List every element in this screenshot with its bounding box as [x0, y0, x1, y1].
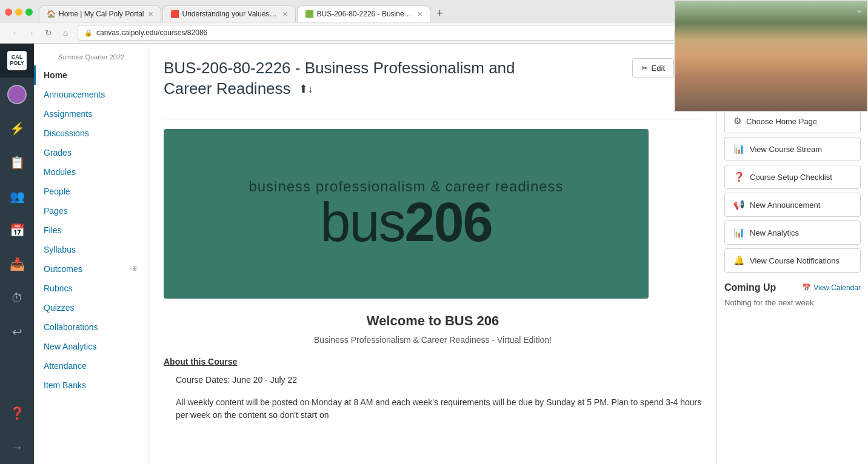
course-nav: Summer Quarter 2022 Home Announcements A…	[34, 44, 149, 464]
nav-commons[interactable]: ↩	[0, 315, 34, 349]
help-icon: ❓	[10, 406, 25, 420]
view-course-notifications-button[interactable]: 🔔 View Course Notifications	[724, 248, 861, 273]
sidebar-item-announcements[interactable]: Announcements	[34, 85, 149, 104]
course-mastery-icons: ⬆↓	[299, 83, 313, 95]
tab-title-2: Understanding your Values.pp…	[182, 10, 279, 18]
sidebar-item-grades[interactable]: Grades	[34, 143, 149, 162]
tab-title: Home | My Cal Poly Portal	[59, 10, 144, 18]
avatar	[7, 85, 27, 104]
sidebar-item-syllabus[interactable]: Syllabus	[34, 240, 149, 259]
nav-toggle[interactable]: →	[0, 430, 34, 464]
sidebar-item-files[interactable]: Files	[34, 220, 149, 240]
new-analytics-icon: 📊	[733, 227, 745, 238]
about-heading: About this Course	[164, 357, 702, 366]
close-window-btn[interactable]	[5, 8, 12, 16]
video-person	[675, 1, 867, 111]
sidebar-item-new-analytics[interactable]: New Analytics	[34, 337, 149, 356]
browser-nav-buttons: ‹ › ↻ ⌂	[7, 25, 73, 40]
course-title: BUS-206-80-2226 - Business Professionali…	[164, 58, 515, 99]
maximize-window-btn[interactable]	[25, 8, 33, 16]
tab-close-btn[interactable]: ✕	[148, 10, 153, 18]
sidebar-item-assignments[interactable]: Assignments	[34, 104, 149, 124]
tab-close-btn-2[interactable]: ✕	[282, 10, 288, 18]
tab-favicon-2: 🟥	[170, 10, 179, 18]
nav-courses[interactable]: 📋	[0, 145, 34, 179]
toggle-icon: →	[11, 440, 23, 454]
sidebar-item-pages[interactable]: Pages	[34, 201, 149, 220]
history-icon: ⏱	[11, 291, 23, 305]
main-content: BUS-206-80-2226 - Business Professionali…	[149, 44, 716, 464]
courses-icon: 📋	[10, 155, 25, 170]
sidebar-item-item-banks[interactable]: Item Banks	[34, 376, 149, 395]
minimize-window-btn[interactable]	[15, 8, 22, 16]
nav-history[interactable]: ⏱	[0, 281, 34, 315]
video-chevron-icon[interactable]: ⌄	[855, 4, 863, 15]
new-analytics-button[interactable]: 📊 New Analytics	[724, 220, 861, 245]
coming-up-header: Coming Up 📅 View Calendar	[724, 282, 861, 293]
tab-title-3: BUS-206-80-2226 - Business…	[317, 10, 413, 18]
calendar-icon: 📅	[10, 223, 25, 237]
setup-checklist-icon: ❓	[733, 171, 745, 182]
course-quarter: Summer Quarter 2022	[34, 48, 149, 65]
course-dates: Course Dates: June 20 - July 22	[164, 374, 702, 386]
groups-icon: 👥	[10, 189, 25, 204]
nav-groups[interactable]: 👥	[0, 179, 34, 213]
body-text: All weekly content will be posted on Mon…	[164, 396, 702, 422]
nothing-for-next-week: Nothing for the next week	[724, 298, 861, 307]
lock-icon: 🔒	[84, 29, 93, 37]
nav-calendar[interactable]: 📅	[0, 213, 34, 247]
sidebar-item-rubrics[interactable]: Rubrics	[34, 279, 149, 298]
view-stream-icon: 📊	[733, 144, 745, 154]
choose-home-page-button[interactable]: ⚙ Choose Home Page	[724, 109, 861, 133]
sidebar-item-attendance[interactable]: Attendance	[34, 356, 149, 376]
home-btn[interactable]: ⌂	[58, 25, 73, 40]
new-announcement-button[interactable]: 📢 New Announcement	[724, 193, 861, 217]
sidebar-item-quizzes[interactable]: Quizzes	[34, 298, 149, 317]
course-title-area: BUS-206-80-2226 - Business Professionali…	[164, 58, 702, 109]
global-nav: CALPOLY ⚡ 📋 👥 📅 📥 ⏱ ↩ ❓ →	[0, 44, 34, 464]
new-announcement-icon: 📢	[733, 199, 745, 210]
dashboard-icon: ⚡	[10, 121, 25, 136]
inbox-icon: 📥	[10, 257, 25, 271]
hero-title-regular: bus	[320, 192, 404, 253]
divider	[164, 119, 702, 119]
tab-bus206[interactable]: 🟩 BUS-206-80-2226 - Business… ✕	[297, 5, 430, 22]
tab-favicon: 🏠	[47, 10, 55, 18]
nav-dashboard[interactable]: ⚡	[0, 111, 34, 145]
sidebar-item-home[interactable]: Home	[34, 65, 149, 85]
sidebar-item-people[interactable]: People	[34, 182, 149, 201]
forward-btn[interactable]: ›	[24, 25, 39, 40]
view-notifications-icon: 🔔	[733, 255, 745, 266]
tab-close-btn-3[interactable]: ✕	[417, 10, 422, 18]
eye-icon: 👁	[130, 264, 139, 274]
sidebar-item-modules[interactable]: Modules	[34, 162, 149, 182]
welcome-subtitle: Business Professionalism & Career Readin…	[164, 335, 702, 345]
address-text: canvas.calpoly.edu/courses/82086	[96, 28, 207, 37]
tab-understanding-values[interactable]: 🟥 Understanding your Values.pp… ✕	[162, 5, 296, 22]
view-calendar-link[interactable]: 📅 View Calendar	[802, 283, 861, 292]
video-overlay: ⌄	[674, 0, 868, 112]
tab-home-portal[interactable]: 🏠 Home | My Cal Poly Portal ✕	[39, 5, 161, 22]
course-setup-checklist-button[interactable]: ❓ Course Setup Checklist	[724, 165, 861, 189]
choose-home-icon: ⚙	[733, 116, 741, 127]
sidebar-item-outcomes[interactable]: Outcomes 👁	[34, 259, 149, 279]
hero-title-bold: 206	[404, 192, 492, 253]
course-hero-image: business professionalism & career readin…	[164, 129, 649, 299]
refresh-btn[interactable]: ↻	[41, 25, 56, 40]
nav-help[interactable]: ❓	[0, 396, 34, 430]
back-btn[interactable]: ‹	[7, 25, 22, 40]
sidebar-item-discussions[interactable]: Discussions	[34, 124, 149, 143]
user-avatar-nav[interactable]	[0, 78, 34, 111]
sidebar-item-collaborations[interactable]: Collaborations	[34, 317, 149, 337]
coming-up-title: Coming Up	[724, 282, 776, 293]
logo-image: CALPOLY	[7, 51, 27, 70]
edit-icon: ✂	[641, 64, 648, 73]
hero-title: bus206	[320, 195, 492, 250]
new-tab-btn[interactable]: +	[432, 5, 449, 22]
edit-button[interactable]: ✂ Edit	[632, 58, 674, 78]
tab-favicon-3: 🟩	[305, 10, 313, 18]
view-course-stream-button[interactable]: 📊 View Course Stream	[724, 137, 861, 161]
nav-inbox[interactable]: 📥	[0, 247, 34, 281]
calendar-small-icon: 📅	[802, 283, 811, 292]
cal-poly-logo[interactable]: CALPOLY	[0, 44, 34, 78]
